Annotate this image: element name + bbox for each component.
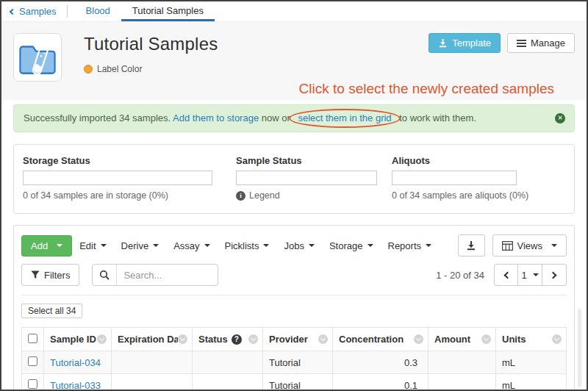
sample-status-bar <box>236 171 377 185</box>
template-button[interactable]: Template <box>429 33 501 53</box>
prev-page-button[interactable] <box>494 264 518 286</box>
cell-concentration: 0.1 <box>333 374 429 391</box>
chevron-down-circle-icon[interactable] <box>248 334 258 344</box>
next-page-button[interactable] <box>542 264 567 286</box>
sample-status-block: Sample Status i Legend <box>236 155 392 201</box>
label-color-row: Label Color <box>84 64 218 74</box>
app-window: Samples Blood Tutorial Samples <box>0 0 588 391</box>
page-title: Tutorial Samples <box>84 34 218 54</box>
storage-status-caption: 0 of 34 samples are in storage (0%) <box>23 190 236 201</box>
column-header-provider: Provider <box>263 328 333 351</box>
filters-button-label: Filters <box>44 270 70 280</box>
legend-label: Legend <box>249 190 280 201</box>
storage-status-label: Storage Status <box>23 155 236 166</box>
samples-grid-panel: Add Edit Derive Assay Picklists Jobs Sto… <box>13 225 575 391</box>
caret-down-icon <box>533 273 539 276</box>
sample-status-legend[interactable]: i Legend <box>236 190 392 201</box>
column-header-concentration: Concentration <box>333 328 429 351</box>
column-header-expiration-date: Expiration Date <box>112 328 193 351</box>
add-to-storage-link[interactable]: Add them to storage <box>173 112 259 123</box>
select-all-button[interactable]: Select all 34 <box>21 304 82 318</box>
column-label: Status <box>198 334 228 345</box>
chevron-down-circle-icon[interactable] <box>414 334 423 344</box>
menu-edit[interactable]: Edit <box>72 235 113 257</box>
add-button[interactable]: Add <box>21 235 72 257</box>
aliquots-bar <box>392 171 517 185</box>
filters-button[interactable]: Filters <box>21 264 79 286</box>
chevron-right-icon <box>550 271 557 279</box>
sample-link[interactable]: Tutorial-033 <box>50 380 101 391</box>
add-button-label: Add <box>31 241 48 251</box>
caret-down-icon <box>263 244 269 247</box>
table-grid-icon <box>502 241 513 251</box>
chevron-down-circle-icon[interactable] <box>178 334 187 344</box>
nav-divider <box>67 5 68 18</box>
tab-blood[interactable]: Blood <box>75 1 121 21</box>
chevron-down-circle-icon[interactable] <box>481 334 491 344</box>
export-button[interactable] <box>458 234 485 257</box>
chevron-down-circle-icon[interactable] <box>318 334 328 344</box>
page-number: 1 <box>521 270 526 281</box>
pager: 1 <box>494 264 567 286</box>
menu-jobs[interactable]: Jobs <box>276 235 321 257</box>
menu-label: Jobs <box>284 240 304 251</box>
table-header-row: Sample ID Expiration Date Status? Provid… <box>22 328 567 351</box>
row-checkbox-cell <box>22 351 44 374</box>
page-header: Tutorial Samples Label Color Template <box>1 22 587 100</box>
search-icon <box>99 270 110 280</box>
row-checkbox[interactable] <box>28 379 37 389</box>
column-header-units: Units <box>496 328 567 351</box>
folder-testtube-icon <box>16 36 59 79</box>
search-box <box>92 264 218 286</box>
filter-row: Filters 1 - 20 of 34 1 <box>21 264 567 286</box>
sample-link[interactable]: Tutorial-034 <box>50 357 101 368</box>
cell-provider: Tutorial <box>263 374 333 391</box>
manage-button[interactable]: Manage <box>507 33 575 53</box>
column-label: Sample ID <box>50 334 97 345</box>
label-color-text: Label Color <box>97 64 142 74</box>
sample-status-label: Sample Status <box>236 155 392 166</box>
menu-storage[interactable]: Storage <box>322 235 381 257</box>
nav-back-samples[interactable]: Samples <box>9 1 58 21</box>
column-label: Concentration <box>339 334 414 345</box>
column-header-status: Status? <box>193 328 263 351</box>
views-button-label: Views <box>517 241 542 251</box>
column-label: Units <box>502 334 552 345</box>
chevron-left-icon <box>10 9 15 15</box>
grid-toolbar: Add Edit Derive Assay Picklists Jobs Sto… <box>21 234 567 257</box>
top-nav: Samples Blood Tutorial Samples <box>1 1 587 22</box>
cell-amount <box>429 351 496 374</box>
cell-sample-id: Tutorial-034 <box>44 351 112 374</box>
grid-scrollbar[interactable] <box>578 309 581 387</box>
nav-back-label: Samples <box>19 6 57 17</box>
chevron-down-circle-icon[interactable] <box>552 334 562 344</box>
tab-tutorial-samples[interactable]: Tutorial Samples <box>121 1 215 21</box>
row-checkbox[interactable] <box>28 356 37 366</box>
header-checkbox[interactable] <box>28 334 37 343</box>
storage-status-block: Storage Status 0 of 34 samples are in st… <box>23 155 236 201</box>
cell-expiration-date <box>112 374 193 391</box>
chevron-left-icon <box>503 271 511 279</box>
menu-derive[interactable]: Derive <box>114 235 167 257</box>
question-circle-icon[interactable]: ? <box>232 334 242 345</box>
menu-picklists[interactable]: Picklists <box>218 235 277 257</box>
menu-label: Assay <box>173 240 199 251</box>
search-input[interactable] <box>117 270 218 281</box>
caret-down-icon <box>426 244 431 247</box>
alert-text: to work with them. <box>399 112 476 123</box>
tab-label: Blood <box>86 5 110 16</box>
menu-assay[interactable]: Assay <box>166 235 217 257</box>
download-icon <box>438 38 448 48</box>
chevron-down-circle-icon[interactable] <box>97 334 107 344</box>
select-all-row: Select all 34 <box>21 295 567 318</box>
views-button[interactable]: Views <box>492 234 567 257</box>
cell-units: mL <box>496 374 567 391</box>
info-circle-icon: i <box>236 191 245 201</box>
menu-label: Storage <box>329 240 363 251</box>
close-icon[interactable]: ✕ <box>555 113 565 123</box>
menu-label: Edit <box>79 240 96 251</box>
tab-label: Tutorial Samples <box>132 5 204 16</box>
select-in-grid-link[interactable]: select them in the grid <box>298 112 391 123</box>
menu-reports[interactable]: Reports <box>381 235 440 257</box>
page-select-button[interactable]: 1 <box>518 264 542 286</box>
